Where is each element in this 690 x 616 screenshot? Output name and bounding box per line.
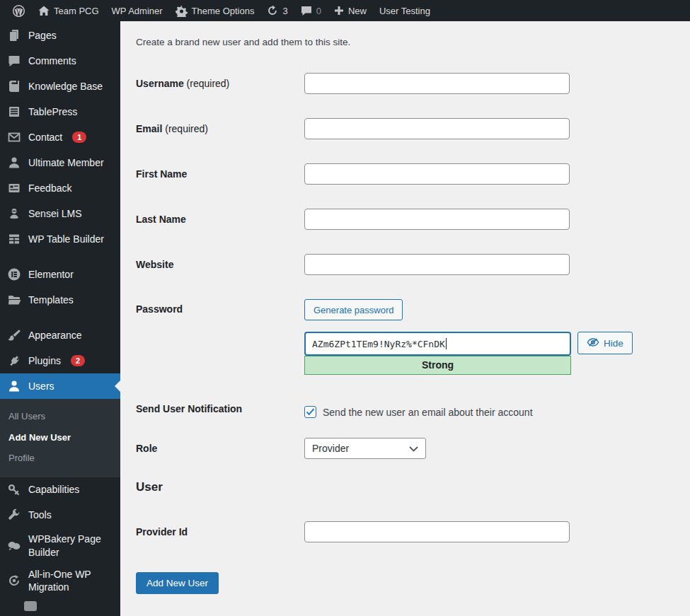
users-submenu: All Users Add New User Profile xyxy=(0,399,120,477)
last-name-row: Last Name xyxy=(136,209,690,230)
member-icon xyxy=(7,156,21,170)
admin-bar-user-testing[interactable]: User Testing xyxy=(373,0,437,21)
admin-sidebar: Pages Comments Knowledge Base TablePress xyxy=(0,21,120,616)
last-name-label: Last Name xyxy=(136,214,304,225)
admin-bar-new[interactable]: New xyxy=(328,0,373,21)
hidden-eye-icon xyxy=(587,337,599,349)
plus-icon xyxy=(334,6,344,16)
sidebar-item-capabilities[interactable]: Capabilities xyxy=(0,477,120,503)
submenu-item-profile[interactable]: Profile xyxy=(0,448,120,469)
submenu-item-all-users[interactable]: All Users xyxy=(0,406,120,427)
email-row: Email (required) xyxy=(136,118,690,139)
password-value: AZm6ZPt1TEm9!NyRz%*CFnDK xyxy=(312,339,445,349)
admin-bar-updates[interactable]: 3 xyxy=(260,0,294,21)
table-grid-icon xyxy=(7,232,21,246)
username-label: Username (required) xyxy=(136,78,304,89)
sidebar-item-knowledge-base[interactable]: Knowledge Base xyxy=(0,74,120,99)
menu-separator xyxy=(0,252,120,262)
username-input[interactable] xyxy=(304,73,570,94)
password-label: Password xyxy=(136,299,304,315)
username-row: Username (required) xyxy=(136,73,690,94)
migration-icon xyxy=(7,574,21,588)
provider-id-label: Provider Id xyxy=(136,526,304,537)
contact-count-badge: 1 xyxy=(72,132,86,144)
plugin-icon xyxy=(7,354,21,368)
admin-bar-site-name[interactable]: Team PCG xyxy=(32,0,105,21)
paintbrush-icon xyxy=(7,328,21,342)
sidebar-item-tools[interactable]: Tools xyxy=(0,503,120,528)
sidebar-item-wp-table-builder[interactable]: WP Table Builder xyxy=(0,226,120,252)
first-name-row: First Name xyxy=(136,163,690,185)
sidebar-item-sensei-lms[interactable]: Sensei LMS xyxy=(0,201,120,226)
role-row: Role Provider xyxy=(136,438,690,459)
wpbakery-icon xyxy=(7,539,21,553)
sidebar-item-appearance[interactable]: Appearance xyxy=(0,322,120,348)
table-list-icon xyxy=(7,105,21,119)
admin-bar-wp-adminer[interactable]: WP Adminer xyxy=(105,0,169,21)
email-input[interactable] xyxy=(304,118,570,139)
first-name-label: First Name xyxy=(136,168,304,180)
sidebar-item-all-in-one-wp-migration[interactable]: All-in-One WP Migration xyxy=(0,564,120,599)
sidebar-item-elementor[interactable]: Elementor xyxy=(0,262,120,287)
submenu-item-add-new-user[interactable]: Add New User xyxy=(0,427,120,448)
generate-password-button[interactable]: Generate password xyxy=(304,299,403,320)
pages-icon xyxy=(7,28,21,42)
role-label: Role xyxy=(136,443,304,454)
partial-menu-icon xyxy=(24,601,37,611)
sidebar-item-plugins[interactable]: Plugins 2 xyxy=(0,348,120,373)
form-icon xyxy=(7,181,21,195)
role-select[interactable]: Provider xyxy=(304,438,426,459)
sidebar-item-ultimate-member[interactable]: Ultimate Member xyxy=(0,150,120,175)
add-new-user-submit-button[interactable]: Add New User xyxy=(136,572,219,594)
send-notification-row: Send User Notification Send the new user… xyxy=(136,399,690,418)
wordpress-logo-menu[interactable] xyxy=(6,0,32,21)
send-notification-checkbox[interactable] xyxy=(304,406,316,418)
admin-bar-comments[interactable]: 0 xyxy=(294,0,328,21)
key-icon xyxy=(7,483,21,497)
email-label: Email (required) xyxy=(136,123,304,134)
home-icon xyxy=(38,6,50,16)
admin-bar-theme-options[interactable]: Theme Options xyxy=(169,0,261,21)
book-icon xyxy=(7,79,21,93)
users-icon xyxy=(7,379,21,393)
comments-icon xyxy=(7,54,21,68)
provider-id-row: Provider Id xyxy=(136,521,690,542)
send-notification-checkbox-label: Send the new user an email about their a… xyxy=(323,407,533,418)
last-name-input[interactable] xyxy=(304,209,570,230)
envelope-icon xyxy=(7,130,21,144)
sidebar-item-tablepress[interactable]: TablePress xyxy=(0,99,120,124)
comment-icon xyxy=(301,6,312,16)
partial-menu-item[interactable] xyxy=(0,598,120,614)
sidebar-item-wpbakery[interactable]: WPBakery Page Builder xyxy=(0,528,120,564)
chevron-down-icon xyxy=(409,443,418,454)
menu-separator xyxy=(0,313,120,322)
send-notification-label: Send User Notification xyxy=(136,403,304,414)
sidebar-item-users[interactable]: Users xyxy=(0,373,120,399)
role-selected-value: Provider xyxy=(312,443,349,454)
sidebar-item-contact[interactable]: Contact 1 xyxy=(0,124,120,150)
first-name-input[interactable] xyxy=(304,163,570,185)
sidebar-item-templates[interactable]: Templates xyxy=(0,287,120,313)
website-input[interactable] xyxy=(304,254,570,275)
hide-password-button[interactable]: Hide xyxy=(577,332,633,354)
sidebar-item-comments[interactable]: Comments xyxy=(0,48,120,74)
sidebar-item-feedback[interactable]: Feedback xyxy=(0,175,120,201)
password-input[interactable]: AZm6ZPt1TEm9!NyRz%*CFnDK xyxy=(304,332,571,356)
wordpress-logo-icon xyxy=(12,4,25,18)
plugins-count-badge: 2 xyxy=(71,355,85,367)
sidebar-item-pages[interactable]: Pages xyxy=(0,23,120,48)
wrench-icon xyxy=(7,509,21,523)
gear-icon xyxy=(176,5,188,17)
user-section-heading: User xyxy=(136,480,690,494)
page-intro: Create a brand new user and add them to … xyxy=(136,37,690,47)
folder-icon xyxy=(7,293,21,307)
update-icon xyxy=(267,5,278,16)
elementor-icon xyxy=(7,267,21,281)
text-caret xyxy=(446,338,447,349)
password-row: Password Generate password AZm6ZPt1TEm9!… xyxy=(136,299,690,375)
provider-id-input[interactable] xyxy=(304,521,570,542)
website-row: Website xyxy=(136,254,690,275)
admin-bar: Team PCG WP Adminer Theme Options 3 0 Ne… xyxy=(0,0,690,21)
password-strength-meter: Strong xyxy=(304,356,571,375)
sensei-icon xyxy=(7,207,21,221)
